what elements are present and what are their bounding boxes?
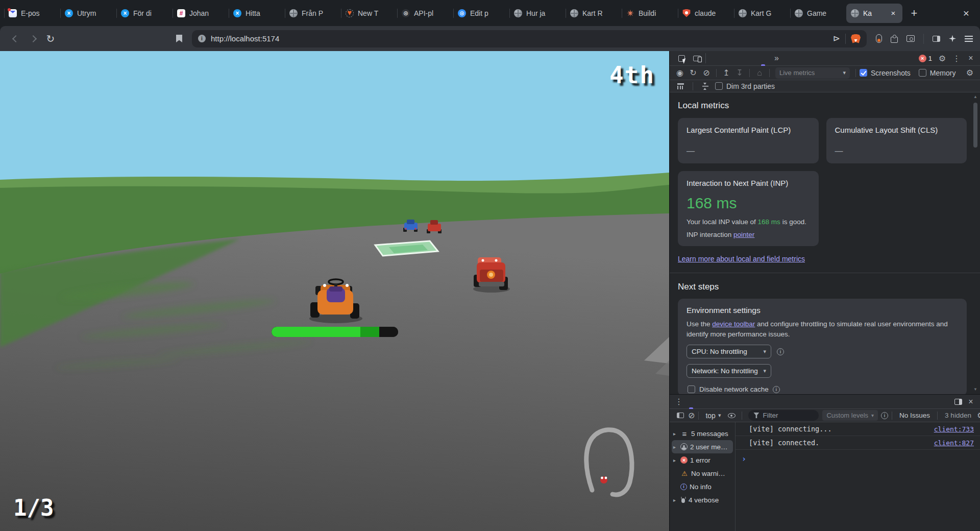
console-sidebar-item[interactable]: ▸ No info [672, 480, 733, 493]
console-filter[interactable] [748, 410, 819, 421]
dim-3rd-parties-checkbox[interactable] [715, 82, 723, 90]
console-sidebar-item[interactable]: ▸ 5 messages [672, 427, 733, 440]
console-message-source-link[interactable]: client:733 [934, 425, 974, 433]
devtools-scrollbar[interactable]: ▲ ▼ [972, 94, 978, 392]
live-metrics-select[interactable]: Live metrics ▾ [775, 67, 850, 79]
drawer-close-button[interactable]: × [965, 396, 977, 408]
reload-button[interactable]: ↻ [42, 30, 59, 47]
console-message-source-link[interactable]: client:827 [934, 439, 974, 447]
device-toolbar-button[interactable] [690, 52, 703, 64]
disable-cache-row[interactable]: Disable network cache i [687, 385, 958, 393]
expander-icon[interactable]: ▸ [673, 431, 678, 437]
devtools-close-button[interactable]: × [965, 52, 977, 64]
inspect-element-button[interactable] [675, 52, 688, 64]
browser-tab[interactable]: New T × [341, 4, 397, 23]
collapse-button[interactable] [699, 80, 712, 92]
drawer-menu-button[interactable]: ⋮ [673, 396, 685, 408]
browser-tab[interactable]: För di × [116, 4, 173, 23]
cpu-info-icon[interactable]: i [777, 348, 784, 355]
context-select[interactable]: top ▾ [702, 412, 724, 420]
devtools-menu-button[interactable]: ⋮ [950, 52, 963, 64]
drawer-tab[interactable] [685, 395, 697, 409]
menu-icon[interactable] [965, 36, 973, 42]
devtools-tab[interactable] [757, 51, 769, 66]
console-sidebar-item[interactable]: ▸ 1 error [672, 453, 733, 467]
download-profile-button[interactable]: ↧ [733, 67, 746, 79]
drawer-tab[interactable] [746, 395, 758, 409]
screenshots-checkbox[interactable] [860, 69, 867, 77]
console-filter-input[interactable] [763, 412, 814, 419]
browser-tab[interactable]: API-pl × [397, 4, 453, 23]
browser-tab[interactable]: E-pos × [4, 4, 60, 23]
url-text[interactable]: http://localhost:5174 [211, 34, 279, 43]
eye-button[interactable] [725, 409, 738, 422]
capture-settings-button[interactable]: ⚙ [964, 67, 976, 79]
issues-status[interactable]: No Issues [896, 412, 934, 419]
error-badge[interactable]: × 1 [917, 55, 934, 62]
bookmark-button[interactable] [170, 30, 188, 47]
record-button[interactable]: ◉ [674, 67, 686, 79]
game-viewport[interactable]: 4th 1/3 [0, 51, 669, 531]
scroll-up-icon[interactable]: ▲ [973, 94, 977, 100]
window-close-button[interactable]: × [958, 5, 975, 22]
browser-tab[interactable]: Game × [790, 4, 846, 23]
console-settings-button[interactable]: ⚙ [977, 409, 980, 422]
devtools-tab[interactable] [708, 51, 720, 66]
browser-tab[interactable]: Kart R × [566, 4, 622, 23]
dock-side-button[interactable] [951, 396, 965, 408]
device-toolbar-link[interactable]: device toolbar [712, 320, 755, 328]
devtools-tab[interactable] [745, 51, 757, 66]
browser-tab[interactable]: Johan × [173, 4, 229, 23]
console-sidebar-item[interactable]: ▸ 4 verbose [672, 493, 733, 506]
browser-tab[interactable]: claude × [678, 4, 734, 23]
brave-shields-icon[interactable] [851, 34, 861, 43]
dim-3rd-parties-row[interactable]: Dim 3rd parties [715, 82, 775, 90]
devtools-tab[interactable] [732, 51, 745, 66]
leo-ai-icon[interactable] [949, 35, 956, 42]
share-icon[interactable]: ⊳ [833, 33, 840, 44]
scroll-down-icon[interactable]: ▼ [973, 387, 977, 392]
collect-garbage-button[interactable] [674, 80, 687, 92]
more-tabs-icon[interactable]: » [771, 54, 782, 63]
drawer-tab[interactable] [697, 395, 709, 409]
clear-console-button[interactable]: ⊘ [688, 409, 695, 422]
extensions-icon[interactable] [891, 37, 898, 43]
console-message-row[interactable]: [vite] connected. client:827 [736, 436, 980, 450]
log-levels-select[interactable]: Custom levels ▾ [822, 410, 878, 421]
browser-tab[interactable]: Från P × [285, 4, 341, 23]
back-button[interactable] [7, 30, 24, 47]
sidebar-toggle-icon[interactable] [933, 36, 940, 42]
browser-tab[interactable]: Buildi × [622, 4, 678, 23]
memory-checkbox[interactable] [919, 69, 926, 77]
browser-tab[interactable]: Hitta × [229, 4, 285, 23]
clear-button[interactable]: ⊘ [700, 67, 713, 79]
cpu-throttling-select[interactable]: CPU: No throttling ▾ [687, 345, 771, 358]
console-message-row[interactable]: [vite] connecting... client:733 [736, 422, 980, 436]
memory-checkbox-row[interactable]: Memory [919, 69, 956, 77]
network-throttling-select[interactable]: Network: No throttling ▾ [687, 364, 771, 378]
browser-tab[interactable]: Kart G × [734, 4, 790, 23]
console-sidebar-toggle[interactable] [674, 409, 687, 422]
browser-tab[interactable]: Utrym × [60, 4, 116, 23]
console-prompt[interactable]: › [736, 450, 980, 464]
browser-tab[interactable]: Hur ja × [509, 4, 566, 23]
drawer-tab[interactable] [722, 395, 734, 409]
scrollbar-thumb[interactable] [973, 103, 977, 148]
new-tab-button[interactable]: + [906, 6, 922, 21]
rewards-icon[interactable] [876, 34, 882, 43]
expander-icon[interactable]: ▸ [673, 497, 678, 503]
devtools-tab[interactable] [720, 51, 732, 66]
upload-profile-button[interactable]: ↥ [720, 67, 732, 79]
expander-icon[interactable]: ▸ [673, 444, 678, 450]
address-bar[interactable]: i http://localhost:5174 ⊳ [192, 30, 867, 47]
drawer-tab[interactable] [709, 395, 722, 409]
hidden-count[interactable]: 3 hidden [941, 412, 975, 419]
console-sidebar-item[interactable]: ▸ 2 user me… [672, 440, 733, 453]
browser-tab[interactable]: Edit p × [453, 4, 509, 23]
home-button[interactable]: ⌂ [753, 67, 766, 79]
expander-icon[interactable]: ▸ [673, 457, 678, 463]
record-reload-button[interactable]: ↻ [687, 67, 699, 79]
learn-more-link[interactable]: Learn more about local and field metrics [678, 255, 805, 263]
site-info-icon[interactable]: i [198, 35, 206, 42]
console-sidebar-item[interactable]: ▸ No warni… [672, 467, 733, 480]
